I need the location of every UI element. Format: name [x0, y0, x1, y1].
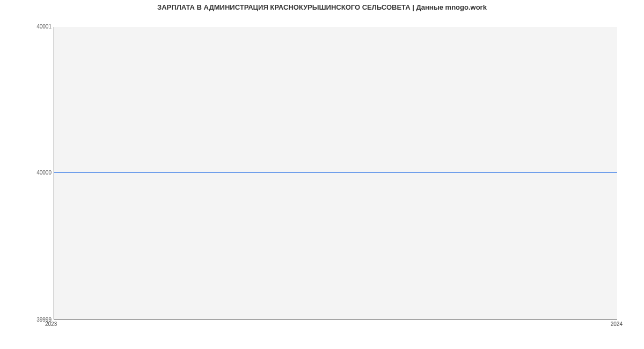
plot-area	[54, 27, 617, 319]
chart-title: ЗАРПЛАТА В АДМИНИСТРАЦИЯ КРАСНОКУРЫШИНСК…	[0, 3, 644, 11]
x-tick-label: 2023	[45, 321, 57, 327]
y-tick-label: 40001	[36, 24, 52, 30]
y-tick-label: 40000	[36, 170, 52, 176]
chart-container: ЗАРПЛАТА В АДМИНИСТРАЦИЯ КРАСНОКУРЫШИНСК…	[0, 0, 644, 349]
x-tick-label: 2024	[611, 321, 623, 327]
data-line	[54, 172, 617, 173]
